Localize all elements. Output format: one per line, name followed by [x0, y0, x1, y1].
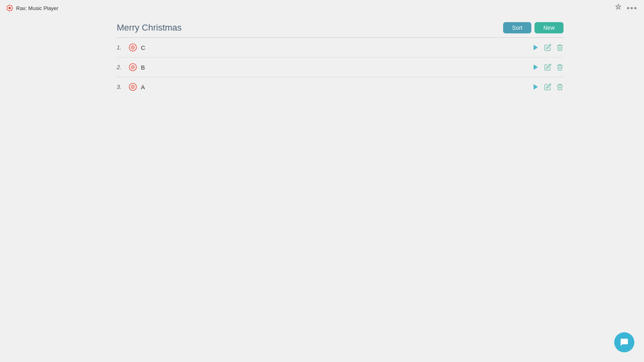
- svg-point-8: [132, 67, 134, 68]
- play-icon[interactable]: [532, 64, 539, 71]
- track-actions: [532, 83, 564, 90]
- track-actions: [532, 64, 564, 71]
- track-status-icon: [129, 83, 137, 91]
- play-icon[interactable]: [532, 83, 539, 90]
- track-number: 2.: [117, 64, 125, 70]
- delete-icon[interactable]: [556, 44, 564, 51]
- edit-icon[interactable]: [544, 64, 551, 71]
- pin-icon[interactable]: [615, 4, 622, 12]
- track-name: B: [141, 64, 145, 71]
- track-list: 1. C: [117, 38, 564, 97]
- track-status-icon: [129, 43, 137, 51]
- playlist-title: Merry Christmas: [117, 23, 182, 33]
- app-title: Rax: Music Player: [16, 5, 58, 11]
- track-left: 1. C: [117, 43, 145, 51]
- edit-icon[interactable]: [544, 83, 551, 90]
- edit-icon[interactable]: [544, 44, 551, 51]
- sort-button[interactable]: Sort: [503, 22, 531, 33]
- playlist-header: Merry Christmas Sort New: [117, 22, 564, 38]
- svg-point-4: [132, 47, 134, 48]
- track-left: 2. B: [117, 63, 145, 71]
- track-row: 3. A: [117, 77, 564, 97]
- title-bar-left: Rax: Music Player: [6, 5, 58, 11]
- title-bar: Rax: Music Player •••: [0, 0, 644, 16]
- svg-marker-5: [534, 45, 538, 50]
- new-button[interactable]: New: [535, 22, 564, 33]
- header-buttons: Sort New: [503, 22, 564, 33]
- title-bar-right: •••: [615, 4, 638, 13]
- track-number: 3.: [117, 84, 125, 90]
- chat-bubble[interactable]: [614, 332, 634, 352]
- svg-marker-13: [534, 84, 538, 90]
- svg-marker-9: [534, 64, 538, 70]
- track-status-icon: [129, 63, 137, 71]
- delete-icon[interactable]: [556, 64, 564, 71]
- delete-icon[interactable]: [556, 83, 564, 90]
- track-left: 3. A: [117, 83, 145, 91]
- svg-point-12: [132, 86, 134, 88]
- track-name: C: [141, 44, 145, 51]
- track-number: 1.: [117, 44, 125, 51]
- more-options-icon[interactable]: •••: [627, 4, 638, 13]
- svg-point-1: [8, 7, 11, 9]
- track-row: 2. B: [117, 58, 564, 77]
- track-actions: [532, 44, 564, 51]
- track-row: 1. C: [117, 38, 564, 58]
- play-icon[interactable]: [532, 44, 539, 51]
- track-name: A: [141, 84, 145, 90]
- app-icon: [6, 5, 13, 11]
